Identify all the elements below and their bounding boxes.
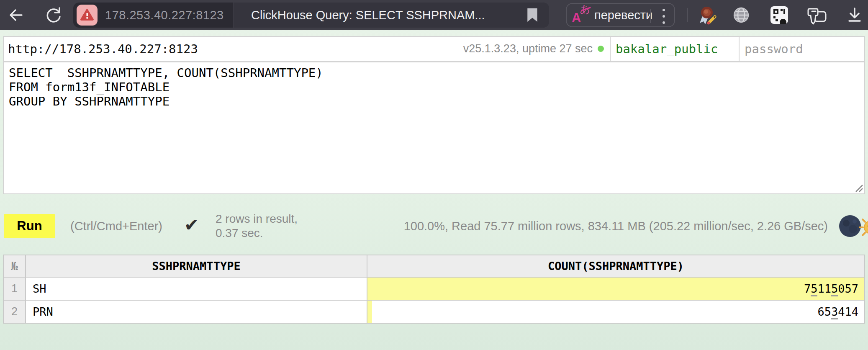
column-header-count[interactable]: COUNT(SSHPRNAMTTYPE) — [367, 255, 865, 277]
back-icon[interactable] — [8, 7, 24, 23]
query-editor-box: SELECT SSHPRNAMTTYPE, COUNT(SSHPRNAMTTYP… — [3, 62, 865, 194]
cell-count: 75115057 — [367, 277, 865, 300]
row-index: 2 — [3, 300, 26, 323]
query-stats: 100.0%, Read 75.77 million rows, 834.11 … — [404, 211, 828, 241]
column-header-type[interactable]: SSHPRNAMTTYPE — [26, 255, 367, 277]
not-secure-warning-icon[interactable] — [77, 5, 98, 26]
shortcut-hint: (Ctrl/Cmd+Enter) — [70, 211, 162, 241]
server-status: v25.1.3.23, uptime 27 sec — [463, 37, 610, 61]
theme-toggle[interactable] — [839, 214, 868, 238]
screen: 178.253.40.227:8123 ClickHouse Query: SE… — [0, 0, 868, 350]
run-bar: Run (Ctrl/Cmd+Enter) ✔ 2 rows in result,… — [0, 211, 868, 241]
results-tbody: 1SH751150572PRN653414 — [3, 277, 865, 323]
column-header-index[interactable]: № — [3, 255, 26, 277]
run-button[interactable]: Run — [4, 214, 55, 238]
table-row: 1SH75115057 — [3, 277, 865, 300]
address-bar-title-section[interactable]: ClickHouse Query: SELECT SSHPRNAM... — [234, 3, 549, 28]
bookmark-icon[interactable] — [527, 8, 537, 22]
results-table: № SSHPRNAMTTYPE COUNT(SSHPRNAMTTYPE) 1SH… — [3, 255, 865, 324]
result-time-line: 0.37 sec. — [216, 226, 298, 240]
address-url-text[interactable]: 178.253.40.227:8123 — [105, 3, 224, 28]
browser-toolbar: 178.253.40.227:8123 ClickHouse Query: SE… — [0, 0, 868, 30]
server-url-input[interactable] — [4, 37, 463, 61]
reload-icon[interactable] — [45, 7, 62, 23]
kebab-menu-icon[interactable] — [663, 9, 665, 24]
cell-type: PRN — [26, 300, 367, 323]
cell-count: 653414 — [367, 300, 865, 323]
sun-icon[interactable] — [859, 216, 868, 239]
resize-handle[interactable] — [853, 183, 863, 193]
cell-type: SH — [26, 277, 367, 300]
moon-icon[interactable] — [839, 215, 861, 237]
seal-pencil-extension-icon[interactable] — [698, 5, 717, 25]
translate-icon: Aあ — [572, 6, 591, 24]
username-input[interactable] — [611, 37, 739, 61]
divider — [650, 9, 651, 23]
connection-row: v25.1.3.23, uptime 27 sec — [3, 36, 865, 62]
key-extension-icon[interactable] — [807, 6, 827, 25]
download-icon[interactable] — [846, 7, 863, 23]
server-version-uptime: v25.1.3.23, uptime 27 sec — [463, 42, 593, 55]
result-rows-line: 2 rows in result, — [216, 212, 298, 226]
password-input[interactable] — [740, 37, 864, 61]
address-bar-url-section[interactable]: 178.253.40.227:8123 — [73, 3, 233, 28]
translate-button[interactable]: Aあ перевести — [566, 3, 675, 27]
divider — [687, 8, 688, 22]
result-summary: 2 rows in result, 0.37 sec. — [216, 212, 298, 240]
table-row: 2PRN653414 — [3, 300, 865, 323]
row-index: 1 — [3, 277, 26, 300]
page-title: ClickHouse Query: SELECT SSHPRNAM... — [251, 3, 485, 28]
status-dot-icon — [598, 46, 604, 52]
translate-label: перевести — [594, 8, 652, 22]
success-check-icon: ✔ — [184, 215, 199, 235]
qr-extension-icon[interactable] — [770, 6, 788, 24]
query-textarea[interactable]: SELECT SSHPRNAMTTYPE, COUNT(SSHPRNAMTTYP… — [3, 62, 865, 194]
globe-extension-icon[interactable] — [733, 7, 750, 23]
table-header-row: № SSHPRNAMTTYPE COUNT(SSHPRNAMTTYPE) — [3, 255, 865, 277]
